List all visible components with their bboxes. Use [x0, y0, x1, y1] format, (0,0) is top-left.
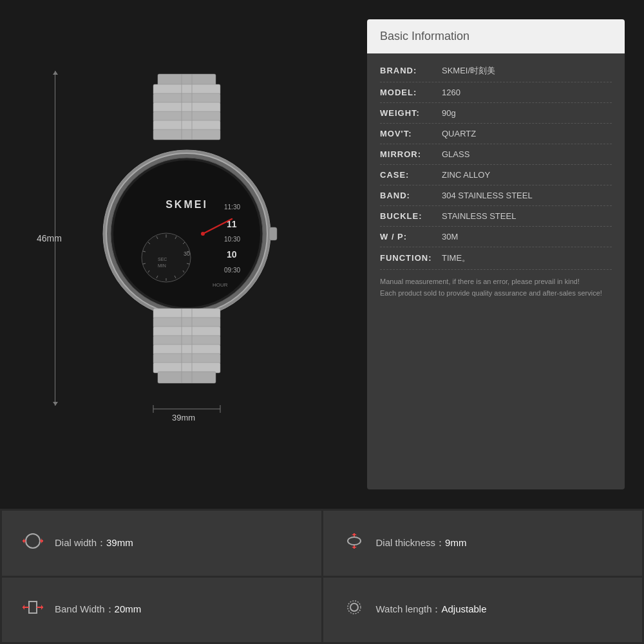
spec-cell-band-width: Band Width：20mm — [2, 578, 321, 643]
info-value: ZINC ALLOY — [442, 170, 490, 180]
dial-thickness-label: Dial thickness：9mm — [376, 537, 467, 549]
dial-thickness-icon — [343, 532, 366, 554]
specs-bottom-bar: Dial width：39mm Dial thickness：9mm Band … — [0, 509, 644, 644]
info-value: 1260 — [442, 88, 460, 97]
info-title: Basic Information — [380, 30, 469, 43]
dial-width-value: 39mm — [106, 537, 133, 548]
svg-rect-42 — [153, 317, 220, 328]
svg-point-37 — [201, 232, 205, 236]
svg-point-55 — [26, 534, 40, 548]
spec-cell-dial-thickness: Dial thickness：9mm — [323, 511, 643, 576]
info-label: FUNCTION: — [380, 253, 438, 263]
svg-text:MIN: MIN — [158, 263, 166, 268]
svg-text:HOUR: HOUR — [213, 282, 228, 288]
info-label: MIRROR: — [380, 149, 438, 159]
info-value: TIME。 — [442, 252, 470, 264]
info-label: BAND: — [380, 191, 438, 200]
info-label: CASE: — [380, 170, 438, 180]
info-row: WEIGHT: 90g — [380, 103, 612, 124]
info-value: GLASS — [442, 149, 469, 159]
watch-length-value: Adjustable — [442, 603, 487, 614]
info-row: MOV'T: QUARTZ — [380, 124, 612, 144]
height-dimension-label: 46mm — [37, 233, 62, 243]
spec-cell-watch-length: Watch length：Adjustable — [323, 578, 643, 643]
svg-rect-41 — [153, 308, 220, 319]
svg-rect-6 — [153, 129, 220, 140]
svg-text:SEC: SEC — [158, 257, 167, 261]
band-width-label: Band Width：20mm — [55, 603, 141, 616]
svg-point-12 — [113, 160, 260, 307]
info-label: BRAND: — [380, 66, 438, 75]
svg-point-70 — [350, 603, 358, 611]
info-label: MOV'T: — [380, 129, 438, 138]
watch-diagram: SKMEI — [77, 68, 296, 441]
svg-text:11:30: 11:30 — [224, 204, 240, 211]
info-value: QUARTZ — [442, 129, 476, 138]
svg-rect-46 — [153, 354, 220, 364]
band-width-icon — [21, 598, 44, 621]
svg-text:30: 30 — [184, 251, 190, 257]
svg-rect-0 — [158, 74, 216, 86]
info-row: FUNCTION: TIME。 — [380, 247, 612, 270]
svg-rect-5 — [153, 120, 220, 131]
svg-rect-45 — [153, 345, 220, 355]
info-value: 30M — [442, 232, 458, 242]
svg-text:10: 10 — [227, 249, 237, 260]
info-title-bar: Basic Information — [367, 19, 625, 53]
info-row: BRAND: SKMEI/时刻美 — [380, 60, 612, 82]
info-content: BRAND: SKMEI/时刻美 MODEL: 1260 WEIGHT: 90g… — [367, 53, 625, 309]
svg-text:SKMEI: SKMEI — [166, 199, 208, 210]
svg-marker-62 — [352, 533, 357, 535]
svg-rect-1 — [153, 84, 220, 95]
info-row: CASE: ZINC ALLOY — [380, 165, 612, 185]
svg-text:10:30: 10:30 — [224, 236, 240, 243]
svg-text:09:30: 09:30 — [224, 267, 240, 274]
svg-marker-59 — [41, 538, 43, 544]
info-row: BAND: 304 STAINLESS STEEL — [380, 185, 612, 206]
info-note: Manual measurement, if there is an error… — [380, 276, 612, 299]
svg-rect-3 — [153, 102, 220, 113]
info-row: MIRROR: GLASS — [380, 144, 612, 165]
dial-width-label: Dial width：39mm — [55, 537, 133, 549]
info-value: STAINLESS STEEL — [442, 211, 516, 221]
info-label: BUCKLE: — [380, 211, 438, 221]
band-width-value: 20mm — [115, 603, 142, 614]
info-value: SKMEI/时刻美 — [442, 65, 495, 77]
dial-width-icon — [21, 532, 44, 554]
info-row: MODEL: 1260 — [380, 82, 612, 103]
svg-rect-2 — [153, 93, 220, 104]
info-label: W / P: — [380, 232, 438, 242]
info-row: BUCKLE: STAINLESS STEEL — [380, 206, 612, 227]
svg-marker-57 — [23, 538, 24, 544]
info-label: WEIGHT: — [380, 108, 438, 118]
info-value: 90g — [442, 108, 456, 118]
spec-cell-dial-width: Dial width：39mm — [2, 511, 321, 576]
svg-rect-65 — [29, 601, 37, 613]
svg-rect-43 — [153, 327, 220, 337]
svg-rect-60 — [348, 537, 361, 545]
svg-marker-69 — [41, 605, 43, 610]
watch-image-area: 46mm — [19, 19, 354, 489]
info-row: W / P: 30M — [380, 227, 612, 247]
dial-thickness-value: 9mm — [445, 537, 466, 548]
watch-length-icon — [343, 598, 366, 621]
svg-rect-47 — [153, 363, 220, 373]
svg-rect-4 — [153, 111, 220, 122]
svg-rect-48 — [158, 372, 216, 383]
info-value: 304 STAINLESS STEEL — [442, 191, 533, 200]
svg-rect-44 — [153, 336, 220, 346]
svg-text:39mm: 39mm — [172, 413, 195, 422]
svg-rect-38 — [269, 227, 277, 240]
watch-length-label: Watch length：Adjustable — [376, 603, 487, 616]
info-card: Basic Information BRAND: SKMEI/时刻美 MODEL… — [367, 19, 625, 489]
svg-marker-64 — [352, 547, 357, 549]
svg-marker-67 — [23, 605, 24, 610]
info-label: MODEL: — [380, 88, 438, 97]
